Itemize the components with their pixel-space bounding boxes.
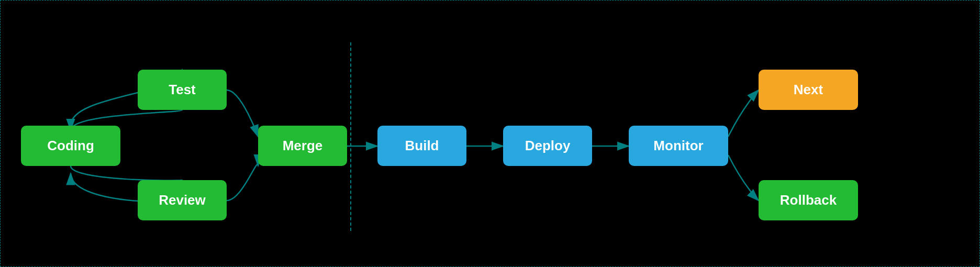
node-merge: Merge: [258, 126, 347, 166]
node-test: Test: [138, 70, 227, 110]
arrows-overlay: [1, 1, 980, 267]
node-rollback: Rollback: [759, 180, 858, 220]
node-deploy: Deploy: [503, 126, 592, 166]
node-build: Build: [377, 126, 466, 166]
vertical-separator: [350, 42, 351, 231]
node-next: Next: [759, 70, 858, 110]
node-monitor: Monitor: [629, 126, 728, 166]
diagram-canvas: CodingTestReviewMergeBuildDeployMonitorN…: [0, 0, 980, 267]
node-review: Review: [138, 180, 227, 220]
node-coding: Coding: [21, 126, 120, 166]
